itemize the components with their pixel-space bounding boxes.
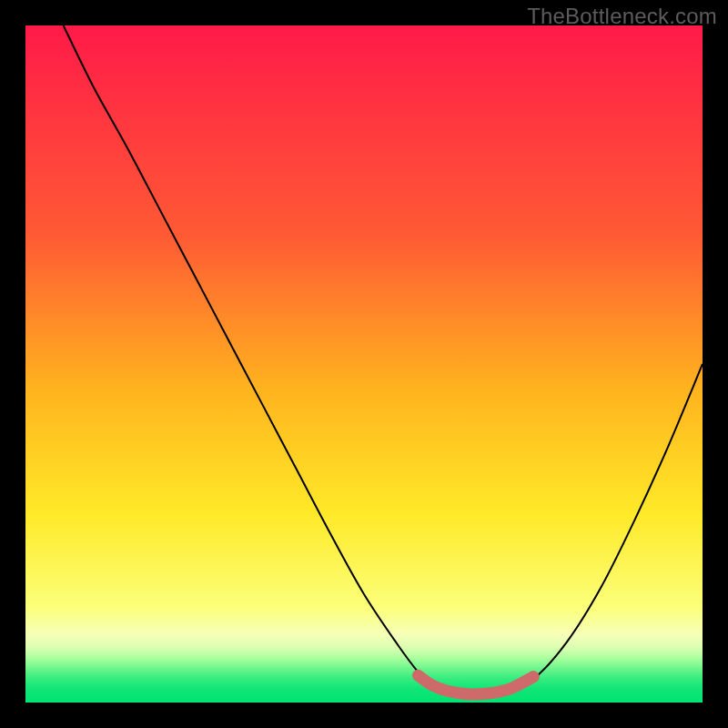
plot-area: [25, 25, 703, 703]
chart-frame: TheBottleneck.com: [0, 0, 728, 728]
plot-svg: [25, 25, 703, 703]
gradient-background: [25, 25, 703, 703]
highlight-endpoint: [528, 671, 540, 682]
